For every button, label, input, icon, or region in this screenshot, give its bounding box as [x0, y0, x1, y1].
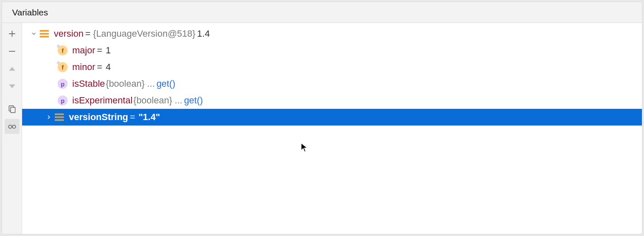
property-icon: p: [57, 78, 68, 89]
chevron-right-icon[interactable]: [44, 112, 54, 123]
var-name: major: [72, 45, 95, 56]
svg-rect-2: [10, 107, 15, 113]
var-value: "1.4": [139, 112, 160, 123]
equals: =: [97, 62, 102, 73]
var-value: 1.4: [197, 28, 210, 39]
panel-body: version = {LanguageVersion@518} 1.4 f ma…: [2, 23, 642, 234]
field-icon: f: [57, 62, 68, 73]
add-watch-button[interactable]: [5, 26, 20, 41]
var-name: version: [54, 28, 84, 39]
variables-tree[interactable]: version = {LanguageVersion@518} 1.4 f ma…: [22, 23, 642, 234]
move-up-button[interactable]: [5, 61, 20, 76]
minus-icon: [8, 47, 17, 56]
tree-row[interactable]: f minor = 4: [22, 59, 642, 75]
equals: =: [97, 45, 102, 56]
object-icon: [54, 112, 65, 123]
tree-row-selected[interactable]: versionString = "1.4": [22, 109, 642, 126]
type-info: {LanguageVersion@518}: [93, 28, 195, 39]
triangle-up-icon: [8, 64, 17, 73]
duplicate-button[interactable]: [5, 101, 20, 116]
tree-row-root[interactable]: version = {LanguageVersion@518} 1.4: [22, 25, 642, 42]
object-icon: [39, 28, 50, 39]
type-info: {boolean}: [106, 78, 145, 89]
equals: =: [130, 112, 135, 123]
triangle-down-icon: [8, 82, 17, 91]
var-value: 4: [106, 62, 111, 73]
var-name: isExperimental: [72, 95, 132, 106]
plus-icon: [8, 29, 17, 38]
field-icon: f: [57, 45, 68, 56]
svg-point-4: [12, 125, 15, 128]
var-name: isStable: [72, 78, 105, 89]
chevron-down-icon[interactable]: [29, 28, 39, 39]
move-down-button[interactable]: [5, 79, 20, 94]
equals: =: [85, 28, 91, 39]
glasses-icon: [8, 122, 17, 131]
lazy-dots: ...: [175, 95, 182, 106]
toolbar: [2, 23, 22, 234]
lazy-dots: ...: [147, 78, 155, 89]
get-link[interactable]: get(): [157, 78, 175, 89]
type-info: {boolean}: [133, 95, 172, 106]
property-icon: p: [57, 95, 68, 106]
show-watches-button[interactable]: [5, 119, 20, 134]
variables-panel: Variables: [2, 2, 642, 234]
tree-row[interactable]: f major = 1: [22, 42, 642, 59]
get-link[interactable]: get(): [184, 95, 203, 106]
svg-rect-0: [9, 51, 15, 52]
panel-title: Variables: [2, 2, 642, 23]
cursor-icon: [300, 142, 309, 153]
duplicate-icon: [8, 104, 17, 113]
var-name: versionString: [69, 112, 128, 123]
svg-point-3: [8, 125, 12, 128]
tree-row[interactable]: p isExperimental {boolean} ... get(): [22, 92, 642, 109]
remove-watch-button[interactable]: [5, 44, 20, 59]
tree-row[interactable]: p isStable {boolean} ... get(): [22, 75, 642, 92]
var-name: minor: [72, 62, 95, 73]
var-value: 1: [106, 45, 111, 56]
